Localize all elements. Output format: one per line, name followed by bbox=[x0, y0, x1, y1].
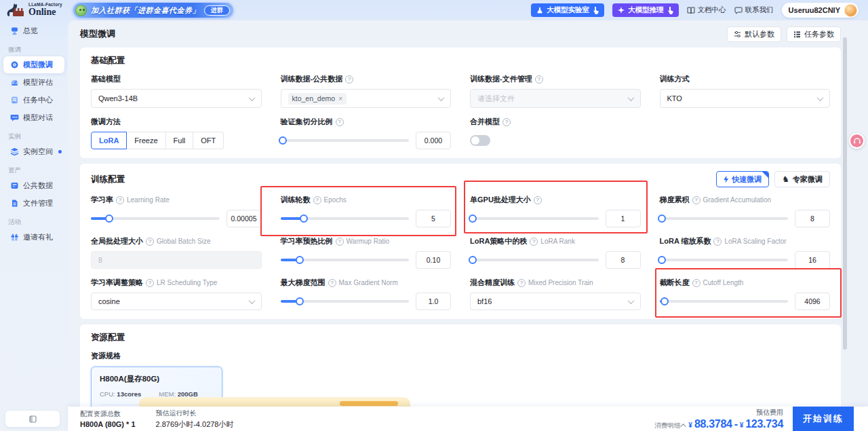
start-training-button[interactable]: 开始训练 bbox=[793, 407, 854, 431]
precision-label: 混合精度训练 bbox=[470, 278, 515, 288]
slider-handle[interactable] bbox=[469, 256, 477, 264]
quick-finetune-button[interactable]: 快速微调 bbox=[716, 171, 769, 187]
help-icon[interactable] bbox=[146, 238, 154, 246]
learning-rate-slider[interactable] bbox=[91, 217, 220, 220]
train-mode-select[interactable]: KTO bbox=[660, 89, 831, 108]
scrollbar[interactable] bbox=[843, 37, 847, 350]
epochs-slider[interactable] bbox=[281, 217, 410, 220]
docs-center-link[interactable]: 文档中心 bbox=[687, 5, 726, 15]
join-group-button[interactable]: 进群 bbox=[204, 5, 230, 16]
sidebar-item-model-chat[interactable]: 模型对话 bbox=[3, 109, 64, 126]
slider-handle[interactable] bbox=[296, 297, 304, 305]
train-data-file-select[interactable]: 请选择文件 bbox=[470, 89, 641, 108]
lightning-icon bbox=[724, 176, 728, 183]
sidebar-item-public-data[interactable]: 公共数据 bbox=[3, 177, 64, 194]
lora-scale-slider[interactable] bbox=[660, 259, 789, 261]
promo-banner-button[interactable] bbox=[340, 401, 398, 406]
task-params-button[interactable]: 任务参数 bbox=[787, 26, 841, 42]
method-option-lora[interactable]: LoRA bbox=[91, 132, 127, 149]
method-option-full[interactable]: Full bbox=[166, 132, 194, 149]
gpu-batch-input[interactable]: 1 bbox=[606, 210, 641, 227]
fee-detail-label: 消费明细 bbox=[654, 421, 680, 430]
customer-service-float-button[interactable] bbox=[849, 133, 865, 149]
grad-acc-slider[interactable] bbox=[660, 217, 789, 220]
learning-rate-input[interactable]: 0.00005 bbox=[226, 210, 262, 227]
llm-lab-button[interactable]: 大模型实验室 bbox=[531, 3, 604, 17]
contact-us-link[interactable]: 联系我们 bbox=[734, 5, 774, 15]
help-icon[interactable] bbox=[713, 238, 722, 246]
help-icon[interactable] bbox=[345, 75, 353, 83]
warmup-input[interactable]: 0.10 bbox=[416, 251, 451, 269]
precision-select[interactable]: bf16 bbox=[470, 293, 641, 310]
max-grad-input[interactable]: 1.0 bbox=[416, 293, 451, 310]
llm-inference-button[interactable]: 大模型推理 bbox=[612, 3, 679, 17]
help-icon[interactable] bbox=[328, 279, 336, 287]
lora-rank-slider[interactable] bbox=[470, 259, 599, 261]
app-root: LLaMA-Factory Online 加入社群获「进群金喜代金券」 进群 大… bbox=[0, 0, 868, 431]
merge-model-toggle[interactable] bbox=[470, 135, 490, 146]
public-data-icon bbox=[10, 181, 19, 190]
epochs-input[interactable]: 5 bbox=[416, 210, 451, 227]
help-icon[interactable] bbox=[502, 118, 511, 126]
slider-handle[interactable] bbox=[469, 214, 477, 223]
method-option-oft[interactable]: OFT bbox=[193, 132, 224, 149]
sidebar-item-invite[interactable]: 邀请有礼 bbox=[3, 229, 64, 246]
community-banner[interactable]: 加入社群获「进群金喜代金券」 进群 bbox=[73, 3, 233, 18]
gpu-batch-slider[interactable] bbox=[470, 217, 599, 220]
help-icon[interactable] bbox=[116, 196, 124, 204]
lr-sched-field: 学习率调整策略LR Scheduling Type cosine bbox=[91, 278, 262, 310]
slider-handle[interactable] bbox=[296, 256, 304, 264]
sidebar-item-overview[interactable]: 总览 bbox=[3, 22, 64, 39]
sidebar-item-model-eval[interactable]: 模型评估 bbox=[3, 74, 64, 91]
user-menu[interactable]: Useruu82CNIY bbox=[782, 3, 859, 18]
brand-logo[interactable]: LLaMA-Factory Online bbox=[5, 2, 62, 18]
grad-acc-input[interactable]: 8 bbox=[795, 210, 830, 227]
slider-handle[interactable] bbox=[105, 214, 113, 223]
warmup-slider[interactable] bbox=[281, 259, 410, 261]
slider-handle[interactable] bbox=[660, 297, 669, 305]
cpu-label: CPU: bbox=[100, 390, 115, 398]
sidebar-item-instance-space[interactable]: 实例空间 bbox=[3, 143, 64, 160]
promo-banner-peek[interactable] bbox=[139, 397, 410, 407]
help-icon[interactable] bbox=[146, 279, 154, 287]
expert-finetune-button[interactable]: 专家微调 bbox=[774, 171, 830, 187]
help-icon[interactable] bbox=[535, 75, 543, 83]
help-icon[interactable] bbox=[530, 238, 538, 246]
dataset-tag[interactable]: kto_en_demo bbox=[288, 93, 347, 105]
list-icon bbox=[793, 31, 801, 38]
help-icon[interactable] bbox=[692, 196, 701, 204]
help-icon[interactable] bbox=[692, 279, 701, 287]
help-icon[interactable] bbox=[534, 196, 542, 204]
sidebar-item-task-center[interactable]: 任务中心 bbox=[3, 92, 64, 109]
sidebar-collapse-button[interactable] bbox=[5, 411, 60, 427]
help-icon[interactable] bbox=[313, 196, 321, 204]
help-icon[interactable] bbox=[336, 118, 344, 126]
method-option-freeze[interactable]: Freeze bbox=[127, 132, 165, 149]
help-icon[interactable] bbox=[517, 279, 526, 287]
fee-min: 88.3784 bbox=[694, 418, 732, 430]
train-data-public-select[interactable]: kto_en_demo bbox=[281, 89, 452, 108]
sidebar-item-file-manage[interactable]: 文件管理 bbox=[3, 195, 64, 212]
help-icon[interactable] bbox=[336, 238, 344, 246]
fee-detail-toggle[interactable]: 消费明细 bbox=[654, 421, 686, 430]
lr-sched-select[interactable]: cosine bbox=[91, 293, 262, 310]
chevron-up-icon bbox=[681, 424, 686, 429]
default-params-button[interactable]: 默认参数 bbox=[727, 26, 781, 42]
lora-rank-input[interactable]: 8 bbox=[606, 251, 641, 269]
val-split-input[interactable]: 0.000 bbox=[416, 132, 451, 149]
lora-scale-input[interactable]: 16 bbox=[795, 251, 830, 269]
val-split-slider[interactable] bbox=[281, 139, 410, 142]
max-grad-slider[interactable] bbox=[281, 300, 410, 303]
cutoff-input[interactable]: 4096 bbox=[795, 293, 830, 310]
cutoff-slider[interactable] bbox=[660, 300, 789, 303]
slider-handle[interactable] bbox=[658, 256, 666, 264]
sidebar-item-model-finetune[interactable]: 模型微调 bbox=[3, 56, 64, 73]
slider-handle[interactable] bbox=[300, 214, 308, 223]
base-model-select[interactable]: Qwen3-14B bbox=[91, 89, 262, 108]
warmup-en: Warmup Ratio bbox=[347, 238, 390, 245]
slider-handle[interactable] bbox=[279, 136, 287, 145]
train-data-file-field: 训练数据-文件管理 请选择文件 bbox=[470, 74, 641, 108]
expert-finetune-label: 专家微调 bbox=[793, 174, 823, 185]
chevron-down-icon bbox=[248, 297, 255, 304]
slider-handle[interactable] bbox=[658, 214, 666, 223]
